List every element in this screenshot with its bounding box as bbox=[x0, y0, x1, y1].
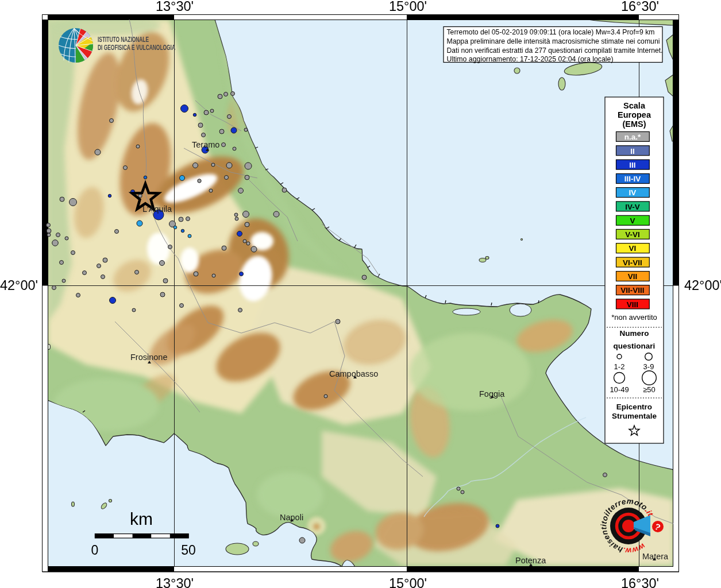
svg-text:L'Aquila: L'Aquila bbox=[142, 204, 172, 214]
svg-text:VI-VII: VI-VII bbox=[623, 258, 642, 267]
svg-text:Frosinone: Frosinone bbox=[130, 353, 167, 362]
svg-text:Epicentro: Epicentro bbox=[616, 403, 652, 411]
svg-text:Dati non verificati estratti d: Dati non verificati estratti da 277 ques… bbox=[447, 46, 663, 55]
svg-text:DI GEOFISICA E VULCANOLOGIA: DI GEOFISICA E VULCANOLOGIA bbox=[98, 44, 175, 52]
svg-text:(EMS): (EMS) bbox=[622, 119, 646, 129]
svg-text:V: V bbox=[630, 216, 635, 225]
svg-text:IV-V: IV-V bbox=[625, 203, 640, 211]
svg-text:3-9: 3-9 bbox=[643, 362, 654, 371]
svg-text:Ultimo aggiornamento: 17-12-20: Ultimo aggiornamento: 17-12-2025 02:04 (… bbox=[447, 55, 614, 63]
svg-text:Teramo: Teramo bbox=[192, 140, 219, 149]
svg-text:III-IV: III-IV bbox=[624, 175, 641, 183]
svg-text:15°00': 15°00' bbox=[389, 0, 427, 14]
svg-text:VII: VII bbox=[628, 272, 638, 281]
svg-text:50: 50 bbox=[181, 543, 196, 558]
svg-text:10-49: 10-49 bbox=[610, 385, 629, 394]
svg-text:n.a.*: n.a.* bbox=[624, 133, 641, 141]
svg-text:16°30': 16°30' bbox=[621, 0, 659, 14]
svg-text:km: km bbox=[130, 509, 153, 528]
svg-text:Numero: Numero bbox=[619, 329, 649, 338]
svg-text:Campobasso: Campobasso bbox=[329, 369, 378, 378]
svg-text:IV: IV bbox=[629, 188, 637, 197]
svg-text:questionari: questionari bbox=[614, 342, 656, 350]
svg-text:13°30': 13°30' bbox=[156, 0, 194, 14]
svg-text:1-2: 1-2 bbox=[614, 362, 625, 371]
svg-text:16°30': 16°30' bbox=[621, 576, 659, 588]
svg-text:Strumentale: Strumentale bbox=[612, 412, 657, 420]
svg-text:13°30': 13°30' bbox=[156, 576, 194, 588]
svg-text:Terremoto del 05-02-2019 09:09: Terremoto del 05-02-2019 09:09:11 (ora l… bbox=[447, 28, 655, 36]
svg-text:≥50: ≥50 bbox=[643, 385, 656, 394]
svg-text:VIII: VIII bbox=[627, 300, 638, 309]
svg-text:Mappa preliminare delle intens: Mappa preliminare delle intensità macros… bbox=[447, 37, 660, 45]
svg-text:II: II bbox=[630, 147, 635, 156]
svg-text:42°00': 42°00' bbox=[0, 278, 38, 293]
svg-text:III: III bbox=[629, 161, 635, 169]
svg-text:VII-VIII: VII-VIII bbox=[620, 286, 644, 295]
svg-text:42°00': 42°00' bbox=[684, 278, 721, 293]
svg-text:Scala: Scala bbox=[623, 101, 646, 110]
svg-text:Europea: Europea bbox=[618, 110, 651, 119]
svg-text:15°00': 15°00' bbox=[389, 576, 427, 588]
svg-text:*non avvertito: *non avvertito bbox=[611, 313, 657, 322]
svg-text:VI: VI bbox=[629, 244, 637, 253]
svg-text:V-VI: V-VI bbox=[625, 230, 640, 239]
svg-text:ISTITUTO NAZIONALE: ISTITUTO NAZIONALE bbox=[98, 36, 149, 44]
svg-text:0: 0 bbox=[91, 543, 99, 558]
